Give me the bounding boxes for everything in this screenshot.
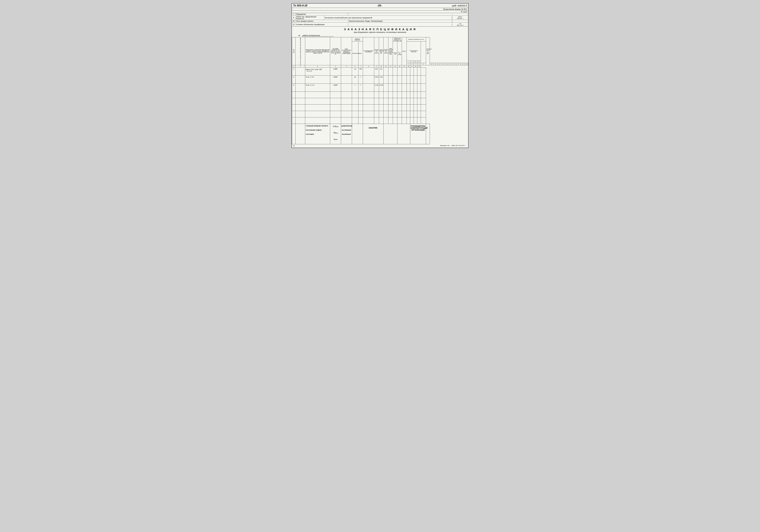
cell-tot-1: [402, 67, 407, 75]
col-n1: 1: [407, 63, 410, 65]
row-num-7: 7: [292, 13, 295, 16]
main-table: №№ п-п № поз. по технологи-ческой схеме,…: [292, 37, 468, 144]
info-rows: 7 Предприятие 8 Объект (пр. заводственна…: [292, 13, 468, 26]
row-value-12: [348, 24, 452, 25]
th-plan-yr: планир. год: [393, 41, 397, 65]
doc-number-left: Тп 503-4-18: [293, 4, 307, 7]
cell-py-1: [397, 67, 402, 75]
cell-cost-1: [421, 67, 426, 75]
th-price: Цена единицм тыс. руб.: [379, 37, 384, 65]
cell-ps-2: [388, 75, 393, 84]
row-right-12: А-3Лист № 1: [452, 22, 468, 26]
cell-pos-2: [296, 75, 305, 84]
info-row-8: 8 Объект (пр. заводственная мощность) Ко…: [292, 16, 468, 20]
col-n-seq12a: 13: [393, 65, 397, 67]
cell-py-3: [397, 84, 402, 92]
cell-pos-3: [296, 84, 305, 92]
compiled-sig-area: 𝒷𝓂𝓊: [330, 138, 341, 143]
cell-comp-3: [384, 84, 388, 92]
th-name: Наименование и техническая характеристик…: [305, 37, 330, 65]
col-n14: 14: [445, 63, 449, 65]
col-n9: 9: [421, 63, 426, 65]
col-n-seq12b: 14: [397, 65, 402, 67]
compiled-label: СОСТАВИЛ: [306, 133, 329, 135]
cell-num-1: 1.: [292, 67, 296, 75]
cell-name-1: Кабель ГОСТ 1508–78Е5 10 х 2,5: [305, 67, 330, 75]
th-quarters: В том числе по кварталам: [407, 41, 421, 61]
rukovod-label: РУКОВОДИТЕЛЬ: [410, 125, 426, 127]
cell-comp-1: [384, 67, 388, 75]
cell-unit-code-3: –"–: [358, 84, 363, 92]
table-row-empty4: [292, 111, 468, 117]
dept-label: /НАЧАЛЬНИК ОТДЕЛА: [306, 129, 329, 131]
col-n-seq1: 1: [292, 65, 296, 67]
cell-q3-2: [414, 75, 417, 84]
th-plan-need: Заявлен-ная потреб-ность на планир. год: [393, 37, 402, 41]
table-row-footer: ГЛАВНЫЙ ИНЖЕНЕР ПРОЕКТА /НАЧАЛЬНИК ОТДЕЛ…: [292, 124, 468, 144]
col-n7: 7: [414, 63, 417, 65]
cell-q3-1: [414, 67, 417, 75]
cell-need-3: 0,130: [374, 84, 379, 92]
table-row: 3. То же, 4 х 2,5 АКВВГ –"– –"– 0,130 0,…: [292, 84, 468, 92]
cell-q1-1: [407, 67, 410, 75]
cell-q3-3: [414, 84, 417, 92]
cell-unit-code-2: –"–: [358, 75, 363, 84]
th-plan-sklad: в т. ч. на складе: [397, 41, 402, 65]
cell-comp-2: [384, 75, 388, 84]
row-label-8: Объект (пр. заводственная мощность): [295, 16, 324, 20]
col-n-seq13: 15: [402, 65, 407, 67]
th-num: №№ п-п: [292, 37, 296, 65]
info-row-12: 12 Условное обозначение спецификации А-3…: [292, 22, 468, 26]
table-row-empty2: [292, 98, 468, 105]
table-header-row1: №№ п-п № поз. по технологи-ческой схеме,…: [292, 37, 468, 41]
na-label: на: [298, 34, 300, 36]
cell-maker-3: [341, 84, 352, 92]
cell-ps-3: [388, 84, 393, 92]
cell-price-2: 0,36: [379, 75, 384, 84]
row-num-12: 12: [292, 23, 295, 26]
cell-ps-1: [388, 67, 393, 75]
col-n-seq6b: 7: [358, 65, 363, 67]
chief-name: Д.МВАЙСБАНД: [341, 125, 352, 127]
row-label-7: Предприятие: [295, 13, 348, 16]
cell-q2-2: [410, 75, 414, 84]
col-n11: 11: [434, 63, 438, 65]
th-code: Код оборудования материалов: [363, 37, 374, 65]
th-q3: III: [414, 61, 417, 63]
th-total: ВСЕГО: [402, 37, 407, 65]
zakazchik-label: ЗАКАЗЧИК:: [363, 127, 383, 129]
cell-pn-1: [393, 67, 397, 75]
na-value: кабели контрольные: [302, 34, 334, 36]
cell-pn-2: [393, 75, 397, 84]
col-n19: 19: [464, 63, 468, 65]
cell-tot-3: [402, 84, 407, 92]
rukovod2: КОМПЛЕКТУЮЩЕЙ: [410, 127, 426, 129]
col-n-seq10: 11: [384, 65, 388, 67]
cell-q4-1: [417, 67, 421, 75]
th-pos: № поз. по технологи-ческой схеме, место …: [296, 37, 305, 65]
table-header-row0: 1 2 3 4 5 6 7 8 9 10 11 12 13 14 15 16 1…: [292, 65, 468, 67]
col-n16: 16: [453, 63, 456, 65]
cell-q2-1: [410, 67, 414, 75]
chief-label: ГЛАВНЫЙ ИНЖЕНЕР ПРОЕКТА: [306, 125, 329, 127]
cell-price-3: 0,245: [379, 84, 384, 92]
th-type: Тип, марка оборудова-ния ката-лог; № чер…: [330, 37, 341, 65]
th-cost: Стоимость всего а тыс. руб.: [426, 37, 430, 65]
cell-q4-3: [417, 84, 421, 92]
cell-type-2: АКВВГ: [330, 75, 341, 84]
col-n15: 15: [449, 63, 453, 65]
page-number: -25-: [377, 4, 382, 7]
th-q4: IV: [417, 61, 421, 63]
col-n-seq7: 8: [363, 65, 374, 67]
compiled-name: В.В.КРАМАР: [341, 133, 352, 135]
cell-q1-2: [407, 75, 410, 84]
na-line: на кабели контрольные: [292, 34, 468, 37]
cell-q1-3: [407, 84, 410, 92]
main-title: З А К А З Н А Я С П Е Ц И Ф И К А Ц И Я: [292, 28, 468, 31]
col-n-seq14: 16: [407, 65, 410, 67]
dept-sig-area: 𝒞ℎ𝑎𝓊: [330, 132, 341, 136]
th-unit-name: наименование: [352, 41, 358, 65]
col-n-seq17: 19: [417, 65, 421, 67]
cell-code-3: [363, 84, 374, 92]
col-n-seq5: 5: [341, 65, 352, 67]
